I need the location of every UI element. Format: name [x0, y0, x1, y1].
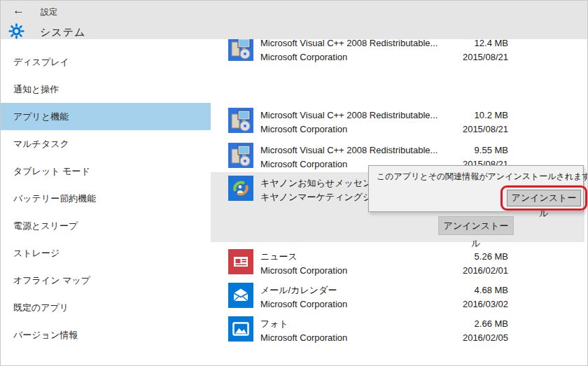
sidebar-item-notifications[interactable]: 通知と操作	[1, 76, 211, 103]
sidebar-item-tablet-mode[interactable]: タブレット モード	[1, 157, 211, 185]
page-title: システム	[40, 26, 85, 39]
photos-icon	[228, 316, 253, 342]
app-row[interactable]: メール/カレンダー Microsoft Corporation 4.68 MB …	[211, 283, 587, 314]
app-publisher: Microsoft Corporation	[260, 331, 347, 345]
sidebar-item-default-apps[interactable]: 既定のアプリ	[1, 294, 211, 321]
canon-messenger-icon	[228, 176, 253, 201]
app-row[interactable]: Microsoft Visual C++ 2008 Redistributabl…	[211, 36, 587, 66]
sidebar-item-about[interactable]: バージョン情報	[1, 321, 211, 349]
uninstall-button[interactable]: アンインストール	[438, 216, 514, 235]
uninstall-confirm-message: このアプリとその関連情報がアンインストールされます。	[369, 166, 583, 182]
vc-installer-icon	[228, 36, 253, 61]
app-name: Microsoft Visual C++ 2008 Redistributabl…	[260, 143, 438, 157]
sidebar-item-offline-maps[interactable]: オフライン マップ	[1, 267, 211, 294]
sidebar-item-display[interactable]: ディスプレイ	[1, 48, 211, 76]
uninstall-confirm-popup: このアプリとその関連情報がアンインストールされます。 アンインストール	[368, 165, 584, 212]
settings-app-title: 設定	[41, 6, 57, 18]
apps-list: Microsoft Visual C++ 2008 Redistributabl…	[211, 1, 587, 365]
app-publisher: Microsoft Corporation	[260, 50, 438, 64]
app-name: Microsoft Visual C++ 2008 Redistributabl…	[260, 108, 438, 122]
app-date: 2016/03/02	[463, 297, 508, 311]
app-name: メール/カレンダー	[260, 283, 347, 297]
mail-icon	[228, 283, 253, 308]
app-publisher: Microsoft Corporation	[260, 122, 438, 136]
app-size: 9.55 MB	[463, 143, 508, 157]
vc-installer-icon	[228, 143, 253, 168]
sidebar-item-storage[interactable]: ストレージ	[1, 239, 211, 267]
sidebar-item-apps-features[interactable]: アプリと機能	[1, 103, 211, 130]
app-size: 4.68 MB	[463, 283, 508, 297]
app-publisher: Microsoft Corporation	[260, 264, 347, 278]
app-row[interactable]: Microsoft Visual C++ 2008 Redistributabl…	[211, 108, 587, 139]
app-name: フォト	[260, 317, 347, 331]
settings-gear-icon	[8, 23, 24, 39]
sidebar-item-battery-saver[interactable]: バッテリー節約機能	[1, 185, 211, 212]
sidebar-item-power-sleep[interactable]: 電源とスリープ	[1, 212, 211, 239]
app-size: 5.26 MB	[463, 250, 508, 264]
app-row[interactable]: フォト Microsoft Corporation 2.66 MB 2016/0…	[211, 316, 587, 347]
app-date: 2015/08/21	[463, 50, 508, 64]
app-size: 10.2 MB	[463, 108, 508, 122]
back-arrow-icon[interactable]: ←	[13, 3, 24, 17]
sidebar-nav: ディスプレイ 通知と操作 アプリと機能 マルチタスク タブレット モード バッテ…	[1, 39, 211, 365]
confirm-uninstall-button[interactable]: アンインストール	[507, 190, 581, 206]
app-date: 2015/08/21	[463, 122, 508, 136]
settings-window: Microsoft Visual C++ 2008 Redistributabl…	[0, 0, 588, 366]
sidebar-item-multitasking[interactable]: マルチタスク	[1, 130, 211, 157]
app-date: 2016/02/05	[463, 331, 508, 345]
app-row[interactable]: ニュース Microsoft Corporation 5.26 MB 2016/…	[211, 249, 587, 280]
app-publisher: Microsoft Corporation	[260, 297, 347, 311]
app-date: 2016/02/01	[463, 264, 508, 278]
app-name: ニュース	[260, 250, 347, 264]
news-icon	[228, 249, 253, 274]
vc-installer-icon	[228, 108, 253, 133]
header: ← 設定 システム	[1, 1, 587, 39]
app-size: 2.66 MB	[463, 317, 508, 331]
